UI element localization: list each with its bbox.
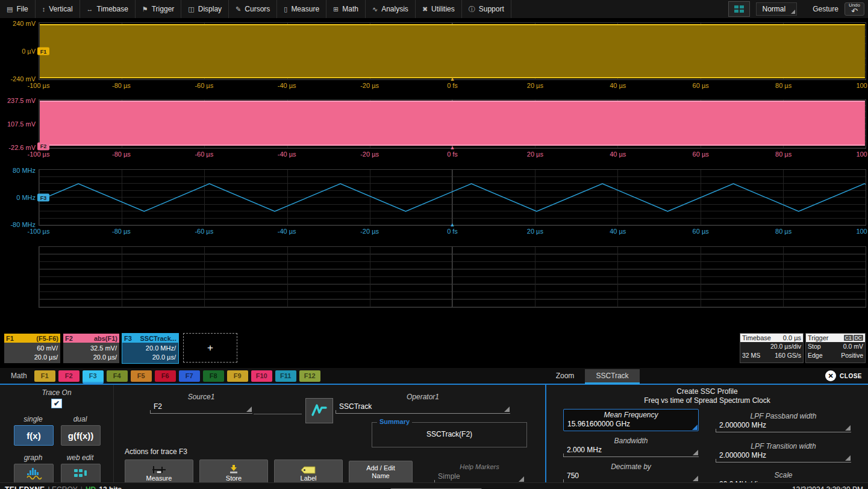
operator1-dropdown[interactable]: SSCTrack [336,402,510,414]
lpf-passband-value: 2.000000 MHz [719,421,766,429]
trigger-coupling: DC [854,335,863,341]
tab-zoom[interactable]: Zoom [545,369,585,382]
gfx-label: g(f(x)) [68,431,93,441]
timebase-icon: ↔ [87,5,93,13]
x-axis-label: 60 µs [693,82,709,89]
trigger-box[interactable]: Trigger C1 DC Stop 0.0 mV Edge Positive [805,333,866,363]
menu-cursors[interactable]: ✎Cursors [229,0,277,18]
tab-f3[interactable]: F3 [83,370,104,382]
label-button[interactable]: Label [274,459,343,484]
bandwidth-field[interactable]: 2.000 MHz [563,445,699,457]
menu-label: File [16,5,28,13]
menu-vertical[interactable]: ↕Vertical [36,0,80,18]
x-axis-label: 80 µs [775,228,792,235]
undo-icon: ↶ [851,7,858,15]
operator1-value: SSCTrack [339,402,372,411]
mean-frequency-field[interactable]: Mean Frequency 15.961600000 GHz [563,409,699,431]
add-trace-button[interactable]: + [183,333,237,363]
grid-f1-yaxis: 240 mV 0 µV -240 mV [0,22,39,80]
timebase-trigger-summary: Timebase 0.0 µs 20.0 µs/div 32 MS 160 GS… [740,333,866,363]
grid-f1-plot[interactable]: F1 ▲ [39,22,866,80]
store-button[interactable]: Store [199,459,268,484]
tab-f10[interactable]: F10 [251,370,272,382]
lpf-transition-field[interactable]: 2.000000 MHz [716,450,851,463]
trace-on-checkbox[interactable]: ✔ [51,399,62,408]
menu-measure[interactable]: ▯Measure [277,0,326,18]
web-edit-label: web edit [67,453,94,462]
bit-depth-label: 12 bits [99,485,122,489]
trigger-icon: ⚑ [142,5,148,13]
x-axis-label: 40 µs [610,228,626,235]
operator-icon-box[interactable] [305,398,333,423]
menu-trigger[interactable]: ⚑Trigger [136,0,181,18]
tab-f12[interactable]: F12 [299,370,320,382]
f2-waveform-band [40,101,865,146]
descriptor-f3[interactable]: F3 SSCTrack... 20.0 MHz/ 20.0 µs/ [122,333,179,364]
web-edit-button[interactable] [61,464,101,483]
tab-f11[interactable]: F11 [275,370,296,382]
menu-display[interactable]: ◫Display [181,0,229,18]
display-mode-dropdown[interactable]: Normal [756,2,798,16]
trace-on-label: Trace On [42,388,71,397]
tab-f1[interactable]: F1 [34,370,55,382]
descriptor-f1[interactable]: F1 (F5-F6) 60 mV/ 20.0 µs/ [4,333,61,364]
grid-f1-xaxis: -100 µs-80 µs-60 µs-40 µs-20 µs0 fs20 µs… [39,80,866,92]
waveform-operator-icon [310,403,328,419]
menu-timebase[interactable]: ↔Timebase [80,0,136,18]
grid-f2-plot[interactable]: F2 ▲ [39,99,866,149]
help-markers-dropdown[interactable]: Simple [434,472,525,484]
timebase-rate: 160 GS/s [775,351,801,360]
close-dialog-button[interactable]: ✕ CLOSE [825,370,862,381]
label-label: Label [301,475,317,482]
descriptor-f2[interactable]: F2 abs(F1) 32.5 mV/ 20.0 µs/ [63,333,120,364]
menu-label: Measure [291,5,319,13]
actions-label: Actions for trace F3 [125,447,187,456]
menu-analysis[interactable]: ∿Analysis [366,0,416,18]
menu-label: Cursors [245,5,270,13]
menu-math[interactable]: ⊞Math [326,0,366,18]
trigger-slope: Positive [841,351,863,360]
f2-trace-badge[interactable]: F2 [37,142,49,150]
undo-button[interactable]: Undo ↶ [845,2,864,16]
add-edit-name-button[interactable]: Add / Edit Name [349,461,413,484]
descriptor-hscale: 20.0 µs/ [63,353,117,362]
decimate-field[interactable]: 750 [563,471,699,483]
close-label: CLOSE [840,373,862,379]
math-trace-tabs: F1F2F3F4F5F6F7F8F9F10F11F12 [34,370,323,382]
tab-f9[interactable]: F9 [227,370,248,382]
graph-mode-button[interactable] [14,464,54,483]
descriptor-vscale: 32.5 mV/ [63,344,117,353]
tab-f8[interactable]: F8 [203,370,224,382]
single-function-button[interactable]: f(x) [14,425,54,446]
timebase-box[interactable]: Timebase 0.0 µs 20.0 µs/div 32 MS 160 GS… [740,333,804,363]
tab-f6[interactable]: F6 [155,370,176,382]
f3-trace-badge[interactable]: F3 [37,194,49,202]
tab-ssctrack[interactable]: SSCTrack [585,369,639,382]
store-label: Store [226,475,242,482]
x-axis-label: -100 µs [28,82,50,89]
dual-function-button[interactable]: g(f(x)) [61,425,101,446]
grid-f3-plot[interactable]: F3 ▲ [39,169,866,226]
menu-support[interactable]: ⓘSupport [462,0,511,18]
measure-button[interactable]: Measure [125,459,193,484]
x-axis-label: -60 µs [195,228,213,235]
x-axis-label: 20 µs [527,82,543,89]
f3-waveform [39,170,866,225]
menu-utilities[interactable]: ✖Utilities [416,0,462,18]
graph-label: graph [24,453,43,462]
tab-f2[interactable]: F2 [58,370,80,382]
lpf-passband-field[interactable]: 2.000000 MHz [716,420,851,432]
tab-f5[interactable]: F5 [131,370,152,382]
grid-layout-button[interactable] [728,1,750,17]
display-icon: ◫ [188,5,194,13]
f1-trace-badge[interactable]: F1 [37,48,49,55]
tab-f4[interactable]: F4 [107,370,128,382]
single-label: single [23,415,42,423]
measure-label: Measure [146,475,172,482]
menu-file[interactable]: ▤File [0,0,36,18]
descriptor-id: F2 [65,335,73,342]
tab-f7[interactable]: F7 [179,370,200,382]
grid-empty-plot[interactable] [39,246,866,308]
source1-dropdown[interactable]: F2 [150,402,252,414]
grid-f3-yaxis: 80 MHz 0 MHz -80 MHz [0,169,39,226]
